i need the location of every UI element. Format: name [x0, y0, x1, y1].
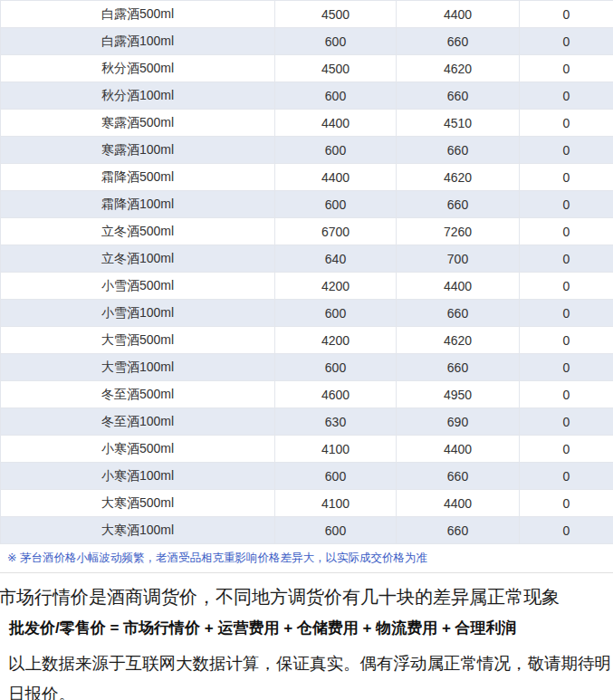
price-cell: 0 [520, 164, 613, 191]
price-cell: 0 [520, 436, 613, 463]
price-cell: 4620 [397, 327, 520, 354]
product-name-cell: 冬至酒500ml [1, 381, 275, 408]
table-row: 立冬酒100ml6407000 [1, 245, 613, 273]
price-cell: 4200 [275, 273, 397, 300]
table-row: 大寒酒500ml410044000 [1, 490, 613, 517]
table-row: 寒露酒100ml6006600 [1, 137, 613, 164]
price-cell: 4510 [397, 110, 520, 137]
price-cell: 600 [275, 82, 397, 110]
price-cell: 700 [397, 245, 520, 273]
price-cell: 4600 [275, 381, 397, 408]
price-cell: 4400 [275, 110, 397, 137]
table-row: 冬至酒100ml6306900 [1, 408, 613, 436]
product-name-cell: 大寒酒500ml [1, 490, 275, 517]
table-row: 秋分酒100ml6006600 [1, 82, 613, 110]
price-cell: 4400 [397, 1, 520, 28]
product-name-cell: 白露酒100ml [1, 28, 275, 55]
price-cell: 4500 [275, 55, 397, 82]
price-cell: 660 [397, 28, 520, 55]
table-row: 小寒酒100ml6006600 [1, 463, 613, 490]
price-cell: 0 [520, 463, 613, 490]
price-cell: 0 [520, 381, 613, 408]
price-cell: 600 [275, 191, 397, 218]
price-cell: 0 [520, 218, 613, 245]
price-table-body: 白露酒500ml450044000白露酒100ml6006600秋分酒500ml… [1, 1, 613, 544]
price-cell: 0 [520, 327, 613, 354]
product-name-cell: 小雪酒500ml [1, 273, 275, 300]
price-cell: 660 [397, 463, 520, 490]
table-row: 大雪酒100ml6006600 [1, 354, 613, 381]
table-row: 大寒酒100ml6006600 [1, 517, 613, 544]
price-cell: 660 [397, 137, 520, 164]
table-row: 秋分酒500ml450046200 [1, 55, 613, 82]
price-cell: 630 [275, 408, 397, 436]
product-name-cell: 白露酒500ml [1, 1, 275, 28]
price-cell: 600 [275, 463, 397, 490]
price-cell: 0 [520, 110, 613, 137]
price-cell: 0 [520, 408, 613, 436]
price-cell: 0 [520, 191, 613, 218]
product-name-cell: 大雪酒100ml [1, 354, 275, 381]
price-cell: 4100 [275, 436, 397, 463]
table-row: 大雪酒500ml420046200 [1, 327, 613, 354]
product-name-cell: 寒露酒100ml [1, 137, 275, 164]
price-cell: 660 [397, 517, 520, 544]
price-cell: 0 [520, 1, 613, 28]
price-cell: 4400 [397, 436, 520, 463]
product-name-cell: 冬至酒100ml [1, 408, 275, 436]
price-table: 白露酒500ml450044000白露酒100ml6006600秋分酒500ml… [0, 0, 613, 544]
price-cell: 660 [397, 82, 520, 110]
price-cell: 0 [520, 137, 613, 164]
price-cell: 660 [397, 300, 520, 327]
product-name-cell: 大雪酒500ml [1, 327, 275, 354]
price-disclaimer-note: ※ 茅台酒价格小幅波动频繁，老酒受品相克重影响价格差异大，以实际成交价格为准 [0, 544, 613, 573]
price-cell: 600 [275, 354, 397, 381]
footer-text-block: 市场行情价是酒商调货价，不同地方调货价有几十块的差异属正常现象 批发价/零售价 … [0, 586, 613, 700]
price-cell: 4500 [275, 1, 397, 28]
price-formula: 批发价/零售价 = 市场行情价 + 运营费用 + 仓储费用 + 物流费用 + 合… [9, 618, 613, 638]
product-name-cell: 立冬酒500ml [1, 218, 275, 245]
price-cell: 0 [520, 55, 613, 82]
table-row: 小雪酒500ml420044000 [1, 273, 613, 300]
price-cell: 4400 [397, 273, 520, 300]
price-cell: 4100 [275, 490, 397, 517]
price-cell: 4400 [397, 490, 520, 517]
price-cell: 600 [275, 300, 397, 327]
table-row: 霜降酒100ml6006600 [1, 191, 613, 218]
price-cell: 660 [397, 354, 520, 381]
product-name-cell: 秋分酒100ml [1, 82, 275, 110]
table-row: 小雪酒100ml6006600 [1, 300, 613, 327]
price-cell: 0 [520, 28, 613, 55]
price-cell: 600 [275, 137, 397, 164]
price-cell: 600 [275, 28, 397, 55]
price-cell: 0 [520, 300, 613, 327]
price-cell: 4200 [275, 327, 397, 354]
price-cell: 4950 [397, 381, 520, 408]
table-row: 冬至酒500ml460049500 [1, 381, 613, 408]
table-row: 小寒酒500ml410044000 [1, 436, 613, 463]
product-name-cell: 小寒酒100ml [1, 463, 275, 490]
price-cell: 600 [275, 517, 397, 544]
price-cell: 640 [275, 245, 397, 273]
price-cell: 4620 [397, 55, 520, 82]
price-cell: 0 [520, 245, 613, 273]
table-row: 白露酒500ml450044000 [1, 1, 613, 28]
table-row: 立冬酒500ml670072600 [1, 218, 613, 245]
price-cell: 0 [520, 82, 613, 110]
price-cell: 4400 [275, 164, 397, 191]
table-row: 寒露酒500ml440045100 [1, 110, 613, 137]
product-name-cell: 小雪酒100ml [1, 300, 275, 327]
product-name-cell: 寒露酒500ml [1, 110, 275, 137]
price-cell: 0 [520, 354, 613, 381]
price-cell: 0 [520, 490, 613, 517]
price-cell: 0 [520, 517, 613, 544]
product-name-cell: 秋分酒500ml [1, 55, 275, 82]
price-cell: 6700 [275, 218, 397, 245]
price-cell: 660 [397, 191, 520, 218]
market-price-explanation: 市场行情价是酒商调货价，不同地方调货价有几十块的差异属正常现象 [0, 586, 613, 608]
product-name-cell: 小寒酒500ml [1, 436, 275, 463]
product-name-cell: 霜降酒500ml [1, 164, 275, 191]
product-name-cell: 立冬酒100ml [1, 245, 275, 273]
price-cell: 690 [397, 408, 520, 436]
product-name-cell: 大寒酒100ml [1, 517, 275, 544]
